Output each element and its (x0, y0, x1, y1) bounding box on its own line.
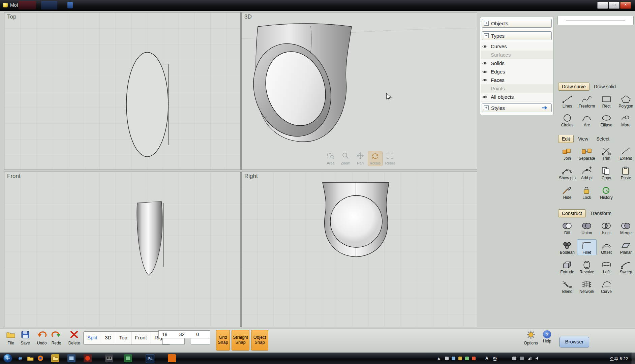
type-row-solids[interactable]: Solids (481, 59, 553, 68)
viewport-3d[interactable]: 3D Area Zoom Pan (241, 12, 477, 170)
type-row-edges[interactable]: Edges (481, 67, 553, 76)
media-player-icon[interactable] (36, 354, 44, 362)
tab-edit[interactable]: Edit (558, 135, 574, 143)
type-row-points[interactable]: Points (481, 84, 553, 93)
tool-loft[interactable]: Loft (597, 259, 616, 275)
show-desktop-button[interactable] (632, 353, 635, 364)
tray-hidden-icons-icon[interactable]: ▲ (437, 356, 441, 361)
type-row-faces[interactable]: Faces (481, 76, 553, 85)
tool-trim[interactable]: Trim (597, 145, 616, 161)
objects-header[interactable]: + Objects (482, 19, 552, 28)
tool-extend[interactable]: Extend (616, 145, 635, 161)
nav-reset-button[interactable]: Reset (383, 151, 397, 166)
taskbar-app-green[interactable] (124, 354, 132, 362)
tool-more[interactable]: More (616, 112, 635, 128)
tool-join[interactable]: Join (557, 145, 577, 161)
tab-transform[interactable]: Transform (586, 209, 615, 217)
viewport-right[interactable]: Right (241, 172, 477, 327)
straight-snap-toggle[interactable]: Straight Snap (232, 330, 249, 351)
tool-revolve[interactable]: Revolve (577, 259, 597, 275)
tool-rect[interactable]: Rect (597, 93, 616, 109)
tool-history[interactable]: History (597, 184, 616, 200)
collapse-icon[interactable]: − (484, 33, 489, 38)
taskbar-app-film[interactable] (105, 354, 113, 362)
photoshop-icon[interactable]: Ps (146, 354, 154, 363)
view-front-button[interactable]: Front (131, 332, 151, 344)
tool-merge[interactable]: Merge (616, 220, 635, 236)
angle-input[interactable] (191, 338, 210, 344)
view-top-button[interactable]: Top (115, 332, 131, 344)
coordinate-readout[interactable]: 18 32 0 (158, 330, 210, 338)
tool-offset[interactable]: Offset (597, 239, 616, 255)
file-button[interactable]: File (3, 330, 19, 345)
tray-icon[interactable] (445, 357, 449, 360)
expand-icon[interactable]: + (484, 21, 489, 26)
tool-separate[interactable]: Separate (577, 145, 597, 161)
distance-input[interactable] (162, 338, 185, 344)
tray-icon[interactable] (520, 357, 524, 360)
tool-hide[interactable]: Hide (557, 184, 577, 200)
object-snap-toggle[interactable]: Object Snap (251, 330, 268, 351)
taskbar-app-orange[interactable] (168, 354, 176, 362)
nav-pan-button[interactable]: Pan (353, 151, 367, 166)
tool-extrude[interactable]: Extrude (557, 259, 577, 275)
tool-union[interactable]: Union (577, 220, 597, 236)
viewport-front[interactable]: Front (4, 172, 241, 327)
save-button[interactable]: Save (18, 330, 33, 345)
tool-paste[interactable]: Paste (616, 165, 635, 181)
view-split-button[interactable]: Split (84, 332, 101, 344)
taskbar-app-window[interactable] (67, 354, 75, 362)
types-header[interactable]: − Types (482, 31, 552, 40)
tab-select[interactable]: Select (593, 135, 613, 143)
tab-draw-curve[interactable]: Draw curve (558, 83, 589, 91)
styles-arrow-icon[interactable] (541, 105, 549, 110)
volume-icon[interactable] (535, 356, 540, 360)
visibility-eye-icon[interactable] (481, 70, 489, 74)
tool-fillet[interactable]: Fillet (577, 239, 597, 255)
viewport-top[interactable]: Top (4, 12, 241, 170)
view-3d-button[interactable]: 3D (101, 332, 115, 344)
browser-button[interactable]: Browser (560, 337, 589, 347)
tool-ellipse[interactable]: Ellipse (597, 112, 616, 128)
expand-icon[interactable]: + (484, 105, 489, 110)
tool-arc[interactable]: Arc (577, 112, 597, 128)
minimize-button[interactable]: — (597, 2, 608, 9)
tool-diff[interactable]: Diff (557, 220, 577, 236)
tool-show-pts[interactable]: Show pts (557, 165, 577, 181)
tool-freeform[interactable]: Freeform (577, 93, 597, 109)
options-button[interactable]: Options (523, 330, 539, 345)
clock[interactable]: 오후 6:22 (605, 356, 632, 362)
tray-icon[interactable] (465, 357, 469, 360)
tool-isect[interactable]: Isect (597, 220, 616, 236)
nav-rotate-button[interactable]: Rotate (368, 151, 382, 166)
taskbar-app-red[interactable] (84, 354, 92, 362)
tool-planar[interactable]: Planar (616, 239, 635, 255)
ime-korean-indicator[interactable]: 한 (493, 356, 497, 362)
ime-latin-indicator[interactable]: A (485, 356, 488, 361)
nav-zoom-button[interactable]: Zoom (338, 151, 353, 166)
styles-header[interactable]: + Styles (482, 103, 552, 112)
visibility-eye-icon[interactable] (481, 44, 489, 49)
internet-explorer-icon[interactable]: e (16, 354, 24, 362)
explorer-folder-icon[interactable] (26, 354, 34, 362)
tab-view[interactable]: View (574, 135, 592, 143)
grid-snap-toggle[interactable]: Grid Snap (216, 330, 230, 351)
tool-network[interactable]: Network (577, 278, 597, 294)
taskbar-app-folder[interactable] (51, 354, 59, 362)
type-row-curves[interactable]: Curves (481, 42, 553, 51)
type-row-all-objects[interactable]: All objects (481, 93, 553, 101)
tool-lines[interactable]: Lines (557, 93, 577, 109)
delete-button[interactable]: Delete (66, 330, 82, 345)
close-button[interactable]: × (620, 2, 631, 9)
tab-construct[interactable]: Construct (558, 209, 586, 217)
tray-icon[interactable] (472, 357, 476, 360)
tool-copy[interactable]: Copy (597, 165, 616, 181)
tool-polygon[interactable]: Polygon (616, 93, 635, 109)
visibility-eye-icon[interactable] (481, 78, 489, 82)
network-icon[interactable] (527, 356, 532, 360)
tray-icon[interactable] (512, 357, 516, 360)
visibility-eye-icon[interactable] (481, 95, 489, 99)
tool-boolean[interactable]: Boolean (557, 239, 577, 255)
type-row-surfaces[interactable]: Surfaces (481, 51, 553, 59)
visibility-eye-icon[interactable] (481, 61, 489, 65)
